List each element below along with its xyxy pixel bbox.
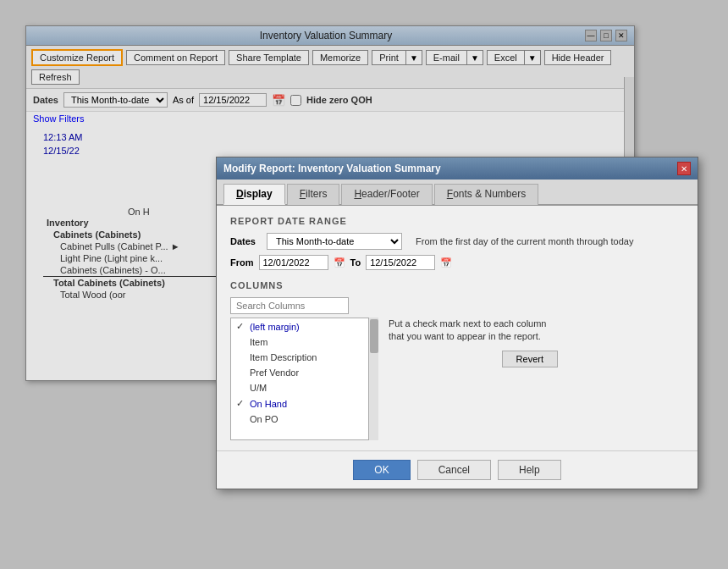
list-item[interactable]: ✓ On Hand bbox=[231, 395, 378, 412]
list-item[interactable]: On PO bbox=[231, 412, 378, 427]
list-item[interactable]: Pref Vendor bbox=[231, 365, 378, 380]
check-um bbox=[236, 383, 246, 393]
to-date-input[interactable] bbox=[366, 255, 435, 270]
columns-list-wrapper: ✓ (left margin) Item Item Description bbox=[230, 318, 378, 440]
to-label: To bbox=[350, 257, 361, 268]
scrollbar-thumb bbox=[370, 319, 378, 353]
columns-hint: Put a check mark next to each column tha… bbox=[389, 318, 558, 344]
tab-header-footer[interactable]: Header/Footer bbox=[341, 184, 432, 205]
col-item-description: Item Description bbox=[250, 352, 317, 362]
col-um: U/M bbox=[250, 383, 267, 393]
tab-display-label: Display bbox=[236, 188, 273, 200]
col-on-hand: On Hand bbox=[250, 399, 287, 409]
modal-titlebar: Modify Report: Inventory Valuation Summa… bbox=[217, 157, 698, 180]
check-pref-vendor bbox=[236, 367, 246, 378]
modify-report-dialog: Modify Report: Inventory Valuation Summa… bbox=[216, 157, 698, 489]
list-item[interactable]: U/M bbox=[231, 380, 378, 395]
columns-list-container: ✓ (left margin) Item Item Description bbox=[230, 318, 684, 440]
modal-footer: OK Cancel Help bbox=[217, 450, 698, 489]
columns-scrollbar[interactable] bbox=[368, 318, 378, 440]
date-from-to-row: From 📅 To 📅 bbox=[230, 255, 684, 270]
col-pref-vendor: Pref Vendor bbox=[250, 367, 299, 378]
modal-tabs: Display Filters Header/Footer Fonts & Nu… bbox=[217, 180, 698, 206]
date-range-row: Dates This Month-to-date From the first … bbox=[230, 233, 684, 250]
list-item[interactable]: ✓ (left margin) bbox=[231, 318, 378, 334]
check-item-desc bbox=[236, 352, 246, 362]
to-cal-icon[interactable]: 📅 bbox=[440, 257, 452, 268]
search-columns-input[interactable] bbox=[230, 297, 349, 314]
check-on-po bbox=[236, 414, 246, 424]
tab-display[interactable]: Display bbox=[223, 184, 285, 205]
col-on-po: On PO bbox=[250, 414, 279, 424]
columns-list[interactable]: ✓ (left margin) Item Item Description bbox=[230, 318, 378, 440]
columns-section: COLUMNS ✓ (left margin) Item bbox=[230, 280, 684, 440]
check-item bbox=[236, 337, 246, 347]
tab-fonts-numbers-label: Fonts & Numbers bbox=[447, 188, 526, 200]
ok-button[interactable]: OK bbox=[353, 460, 410, 480]
list-item[interactable]: Item bbox=[231, 334, 378, 350]
from-date-input[interactable] bbox=[259, 255, 328, 270]
help-button[interactable]: Help bbox=[498, 460, 561, 480]
modal-dates-label: Dates bbox=[230, 236, 260, 246]
date-range-description: From the first day of the current month … bbox=[416, 236, 633, 246]
revert-button[interactable]: Revert bbox=[502, 351, 558, 367]
modal-close-button[interactable]: ✕ bbox=[677, 162, 691, 175]
col-item: Item bbox=[250, 337, 267, 347]
col-left-margin: (left margin) bbox=[250, 322, 300, 332]
cancel-button[interactable]: Cancel bbox=[417, 460, 491, 480]
modal-overlay: Modify Report: Inventory Valuation Summa… bbox=[0, 0, 728, 569]
columns-section-title: COLUMNS bbox=[230, 280, 684, 290]
tab-header-footer-label: Header/Footer bbox=[354, 188, 419, 200]
from-cal-icon[interactable]: 📅 bbox=[334, 257, 345, 268]
date-range-section-title: REPORT DATE RANGE bbox=[230, 216, 684, 226]
modal-body: REPORT DATE RANGE Dates This Month-to-da… bbox=[217, 206, 698, 450]
check-left-margin: ✓ bbox=[236, 321, 246, 332]
list-item[interactable]: Item Description bbox=[231, 350, 378, 365]
tab-fonts-numbers[interactable]: Fonts & Numbers bbox=[434, 184, 538, 205]
check-on-hand: ✓ bbox=[236, 398, 246, 409]
tab-filters[interactable]: Filters bbox=[287, 184, 340, 205]
modal-title: Modify Report: Inventory Valuation Summa… bbox=[223, 163, 441, 174]
from-label: From bbox=[230, 257, 254, 268]
modal-dates-select[interactable]: This Month-to-date bbox=[267, 233, 402, 250]
tab-filters-label: Filters bbox=[300, 188, 328, 200]
columns-right-panel: Put a check mark next to each column tha… bbox=[389, 318, 558, 367]
